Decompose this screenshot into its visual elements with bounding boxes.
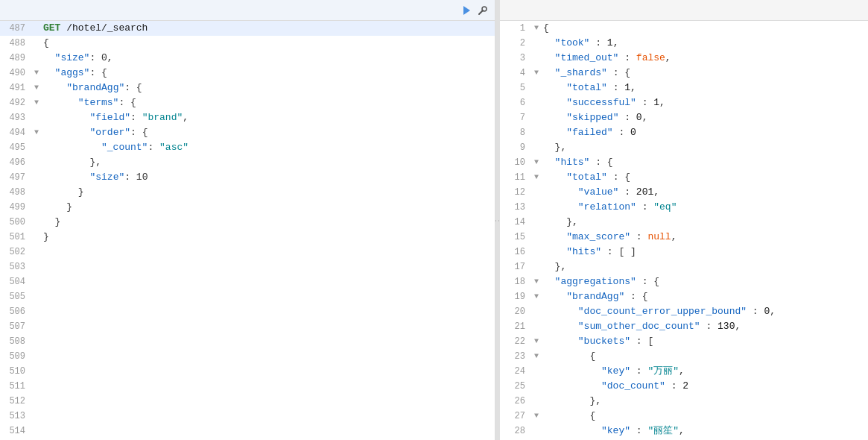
left-code-container: 487GET /hotel/_search488{489 "size": 0,4… [0,21,495,440]
line-content: }, [542,140,868,155]
line-number: 13 [500,200,531,215]
fold-indicator[interactable]: ▼ [531,409,542,424]
line-number: 14 [500,215,531,230]
code-line: 2 "took" : 1, [500,36,868,51]
code-line: 6 "successful" : 1, [500,95,868,110]
line-number: 492 [0,95,31,110]
line-content: "_shards" : { [542,66,868,81]
line-content: "timed_out" : false, [542,51,868,66]
code-line: 11▼ "total" : { [500,170,868,185]
line-number: 2 [500,36,531,51]
code-line: 19▼ "brandAgg" : { [500,289,868,304]
code-line: 503 [0,260,495,274]
line-number: 21 [500,319,531,334]
line-number: 493 [0,110,31,125]
line-number: 20 [500,304,531,319]
code-line: 510 [0,364,495,379]
line-number: 28 [500,424,531,439]
fold-indicator[interactable]: ▼ [531,170,542,185]
fold-indicator[interactable]: ▼ [531,289,542,304]
line-number: 490 [0,66,31,81]
line-number: 491 [0,81,31,95]
line-content: "relation" : "eq" [542,200,868,215]
fold-indicator[interactable]: ▼ [31,66,42,81]
line-number: 487 [0,21,31,36]
fold-indicator[interactable]: ▼ [31,125,42,140]
code-line: 8 "failed" : 0 [500,125,868,140]
line-number: 501 [0,230,31,245]
code-line: 488{ [0,36,495,51]
line-number: 9 [500,140,531,155]
code-line: 17 }, [500,260,868,274]
line-content: { [542,409,868,424]
line-content: } [42,215,495,230]
line-number: 5 [500,81,531,95]
code-line: 3 "timed_out" : false, [500,51,868,66]
code-line: 10▼ "hits" : { [500,155,868,170]
line-content: }, [542,260,868,274]
fold-indicator[interactable]: ▼ [531,334,542,349]
line-number: 511 [0,379,31,394]
line-number: 1 [500,21,531,36]
code-line: 513 [0,409,495,424]
line-number: 507 [0,319,31,334]
line-number: 6 [500,95,531,110]
line-content: "doc_count" : 2 [542,379,868,394]
line-number: 8 [500,125,531,140]
code-line: 502 [0,245,495,260]
left-panel: 487GET /hotel/_search488{489 "size": 0,4… [0,0,495,440]
line-number: 495 [0,140,31,155]
fold-indicator[interactable]: ▼ [31,81,42,95]
code-line: 22▼ "buckets" : [ [500,334,868,349]
line-content: { [42,36,495,51]
code-line: 21 "sum_other_doc_count" : 130, [500,319,868,334]
line-content: }, [42,155,495,170]
line-number: 503 [0,260,31,274]
line-content: "order": { [42,125,495,140]
fold-indicator[interactable]: ▼ [31,95,42,110]
code-line: 498 } [0,185,495,200]
line-number: 27 [500,409,531,424]
line-content: } [42,185,495,200]
line-content: "field": "brand", [42,110,495,125]
line-content: "brandAgg": { [42,81,495,95]
run-icon[interactable] [460,4,472,16]
line-number: 7 [500,110,531,125]
line-content: } [42,200,495,215]
code-line: 507 [0,319,495,334]
line-number: 514 [0,424,31,439]
line-number: 23 [500,349,531,364]
line-number: 506 [0,304,31,319]
fold-indicator[interactable]: ▼ [531,349,542,364]
fold-indicator[interactable]: ▼ [531,274,542,289]
line-content: "max_score" : null, [542,230,868,245]
right-code-container: 1▼{2 "took" : 1,3 "timed_out" : false,4▼… [500,21,868,440]
code-line: 490▼ "aggs": { [0,66,495,81]
code-line: 497 "size": 10 [0,170,495,185]
code-line: 24 "key" : "万丽", [500,364,868,379]
code-line: 514 [0,424,495,439]
code-line: 20 "doc_count_error_upper_bound" : 0, [500,304,868,319]
code-line: 499 } [0,200,495,215]
wrench-icon[interactable] [477,4,489,16]
code-line: 512 [0,394,495,409]
code-line: 500 } [0,215,495,230]
line-content: "value" : 201, [542,185,868,200]
line-content: "total" : { [542,170,868,185]
code-line: 5 "total" : 1, [500,81,868,95]
fold-indicator[interactable]: ▼ [531,66,542,81]
line-number: 496 [0,155,31,170]
svg-marker-0 [463,6,470,15]
line-content: "took" : 1, [542,36,868,51]
line-number: 508 [0,334,31,349]
fold-indicator[interactable]: ▼ [531,21,542,36]
code-line: 491▼ "brandAgg": { [0,81,495,95]
line-content: "buckets" : [ [542,334,868,349]
line-number: 16 [500,245,531,260]
code-line: 493 "field": "brand", [0,110,495,125]
header-icons [460,4,489,16]
fold-indicator[interactable]: ▼ [531,155,542,170]
line-number: 22 [500,334,531,349]
line-number: 19 [500,289,531,304]
right-panel-header [500,0,868,21]
